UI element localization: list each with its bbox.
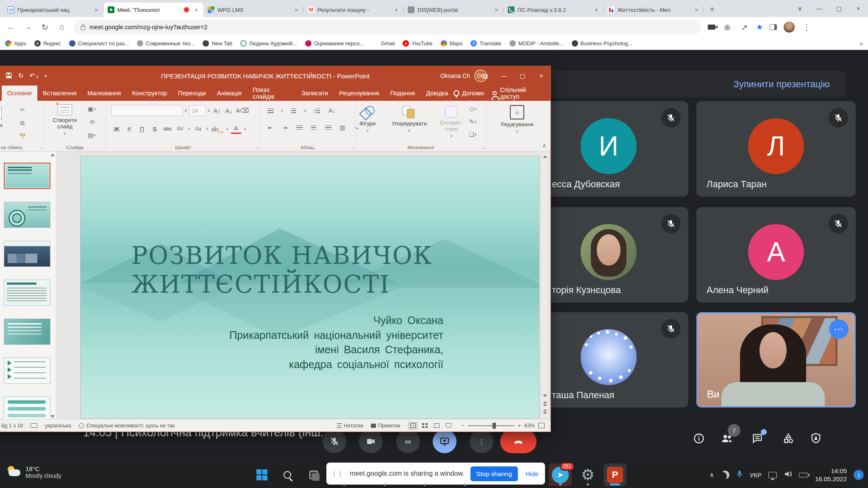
- browser-menu-icon[interactable]: ⋮: [801, 22, 812, 32]
- participants-icon[interactable]: 7: [719, 431, 734, 446]
- char-spacing-button[interactable]: AV: [175, 124, 185, 134]
- tab-close-icon[interactable]: ×: [392, 6, 400, 14]
- focus-assist-icon[interactable]: [721, 471, 729, 479]
- customize-qat-icon[interactable]: ▾: [45, 74, 47, 78]
- participant-tile[interactable]: Л Лариса Таран: [696, 101, 856, 197]
- slide-thumbnail-2[interactable]: [4, 202, 50, 228]
- ppt-minimize-button[interactable]: —: [495, 66, 513, 86]
- bookmark-new-tab[interactable]: New Tab: [203, 40, 232, 47]
- bookmark-apps[interactable]: Apps: [5, 40, 26, 47]
- ribbon-tab-record[interactable]: Записати: [296, 86, 334, 101]
- battery-icon[interactable]: [799, 473, 808, 477]
- notification-count-badge[interactable]: 1: [854, 470, 864, 480]
- section-icon[interactable]: ▤∨: [87, 130, 97, 140]
- increase-indent-icon[interactable]: ⇥: [280, 123, 290, 132]
- ribbon-tab-view[interactable]: Подання: [385, 86, 421, 101]
- task-view-button[interactable]: [306, 467, 321, 482]
- bookmark-youtube[interactable]: YouTube: [403, 40, 432, 47]
- ppt-ribbon-options-icon[interactable]: ▤: [476, 66, 495, 86]
- dialog-launcher-icon[interactable]: ⌟: [351, 145, 353, 150]
- editing-button[interactable]: ⌕ Редагування∨: [501, 105, 534, 133]
- comments-button[interactable]: Примітки: [371, 423, 400, 429]
- display-settings-icon[interactable]: [31, 423, 37, 428]
- columns-icon[interactable]: ▥: [337, 123, 348, 132]
- tab-meet[interactable]: Meet: "Психологі ×: [103, 3, 203, 17]
- tab-dis-portal[interactable]: DIS[WEB]-portal ×: [403, 3, 504, 17]
- slide-thumbnail-3[interactable]: [4, 241, 50, 267]
- accessibility-status[interactable]: Спеціальні можливості: щось не так: [79, 423, 175, 429]
- ribbon-tab-animations[interactable]: Анімація: [211, 86, 247, 101]
- participant-tile[interactable]: таша Паленая: [529, 312, 688, 408]
- shape-outline-icon[interactable]: ✎∨: [468, 117, 478, 126]
- tab-ps-rozklad[interactable]: ПС-Розклад v.3.8.2 ×: [504, 3, 604, 17]
- thumbnail-scrollbar[interactable]: [50, 152, 55, 419]
- shadow-button[interactable]: S: [150, 124, 160, 134]
- save-icon[interactable]: [6, 72, 12, 80]
- arrange-button[interactable]: Упорядкувати∨: [392, 106, 427, 133]
- shrink-font-icon[interactable]: A↓: [224, 105, 234, 116]
- next-slide-icon[interactable]: [543, 410, 547, 414]
- notes-button[interactable]: Нотатки: [337, 423, 363, 429]
- bookmark-business-psych[interactable]: Business Psycholog...: [572, 40, 632, 47]
- font-name-input[interactable]: [111, 105, 183, 116]
- help-lamp-button[interactable]: Допомо: [453, 90, 484, 97]
- back-icon[interactable]: ←: [6, 22, 16, 32]
- slide-thumbnail-1[interactable]: [4, 163, 50, 189]
- chat-icon[interactable]: [750, 431, 765, 446]
- previous-slide-icon[interactable]: [543, 401, 547, 406]
- meeting-details-icon[interactable]: [691, 431, 707, 446]
- bookmark-yandex[interactable]: ЯЯндекс: [34, 40, 61, 47]
- slide-sorter-view-button[interactable]: [420, 421, 430, 430]
- reading-view-button[interactable]: [431, 421, 442, 430]
- tab-search-results[interactable]: M Результати пошуку - ×: [303, 3, 403, 17]
- participant-tile[interactable]: А Алена Черний: [696, 207, 856, 302]
- browser-minimize-button[interactable]: —: [810, 0, 829, 17]
- zoom-slider-thumb[interactable]: [492, 423, 496, 429]
- bookmark-otsiniuvannia[interactable]: Оцінювання персо...: [305, 40, 364, 47]
- bookmark-modip[interactable]: MODIP - Aristotle...: [509, 40, 564, 47]
- cut-icon[interactable]: ✂: [17, 105, 28, 114]
- dialog-launcher-icon[interactable]: ⌟: [482, 145, 484, 150]
- address-bar[interactable]: meet.google.com/mzg-ojrw-iuy?authuser=2: [74, 20, 701, 34]
- line-spacing-icon[interactable]: ↕: [312, 106, 322, 115]
- change-case-button[interactable]: Aa: [193, 124, 203, 134]
- settings-taskbar-button[interactable]: ⚙: [576, 463, 599, 486]
- slide-thumbnail-4[interactable]: [4, 280, 50, 306]
- zoom-in-icon[interactable]: +: [518, 423, 521, 429]
- slide-thumbnail-5[interactable]: [4, 319, 50, 345]
- url-text[interactable]: meet.google.com/mzg-ojrw-iuy?authuser=2: [89, 24, 207, 30]
- tab-close-icon[interactable]: ×: [92, 6, 100, 14]
- profile-avatar[interactable]: [784, 22, 795, 33]
- ribbon-tab-design[interactable]: Конструктор: [126, 86, 172, 101]
- host-controls-icon[interactable]: [808, 431, 823, 446]
- new-tab-button[interactable]: +: [706, 3, 718, 15]
- language-indicator[interactable]: УКР: [750, 471, 762, 479]
- bookmark-sovremennye[interactable]: Современные тео...: [137, 40, 195, 47]
- numbering-icon[interactable]: [289, 106, 299, 115]
- zoom-slider[interactable]: [468, 425, 515, 426]
- leave-call-button[interactable]: [500, 430, 537, 453]
- ribbon-tab-insert[interactable]: Вставлення: [37, 86, 82, 101]
- tab-close-icon[interactable]: ×: [192, 6, 200, 14]
- ppt-close-button[interactable]: ×: [532, 66, 551, 86]
- tab-close-icon[interactable]: ×: [292, 6, 300, 14]
- volume-icon[interactable]: [784, 470, 792, 480]
- clear-format-icon[interactable]: A⌫: [236, 105, 249, 116]
- reset-slide-icon[interactable]: ⟲: [87, 117, 97, 127]
- self-tile-options-icon[interactable]: ⋯: [829, 319, 849, 339]
- browser-maximize-button[interactable]: ▢: [829, 0, 849, 17]
- ribbon-tab-help[interactable]: Довідка: [420, 86, 453, 101]
- bookmark-gmail[interactable]: MGmail: [372, 40, 395, 47]
- ribbon-tab-review[interactable]: Рецензування: [334, 86, 385, 101]
- share-access-button[interactable]: Спільний доступ: [492, 86, 542, 100]
- tab-close-icon[interactable]: ×: [492, 6, 500, 14]
- network-display-icon[interactable]: [768, 472, 777, 478]
- browser-close-button[interactable]: ×: [849, 0, 868, 17]
- share-icon[interactable]: ↗: [739, 22, 749, 32]
- strikethrough-button[interactable]: abc: [162, 124, 172, 134]
- self-view-tile[interactable]: ⋯ Ви: [696, 312, 856, 408]
- tab-zhyttiestiikist[interactable]: Життєстійкість - Men ×: [604, 3, 704, 17]
- zoom-icon[interactable]: ⊕: [722, 22, 732, 32]
- present-button[interactable]: [433, 430, 456, 453]
- taskbar-search-button[interactable]: [280, 467, 295, 482]
